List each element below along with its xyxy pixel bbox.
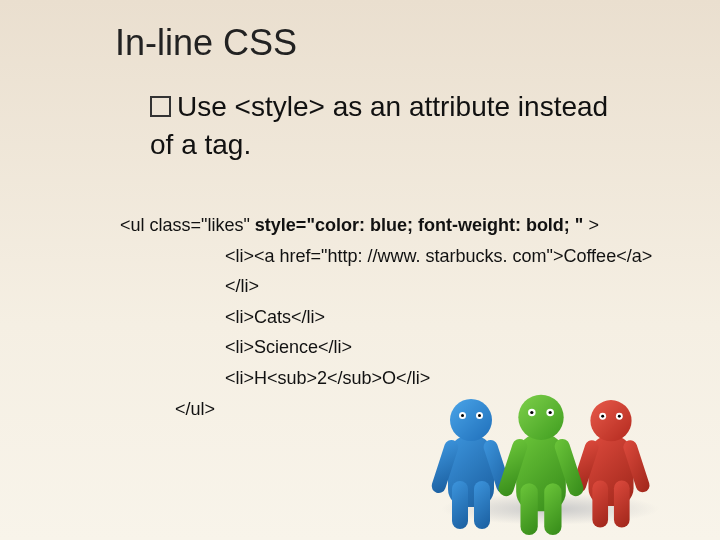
figure-red — [588, 400, 633, 506]
code-line-2: <li><a href="http: //www. starbucks. com… — [120, 241, 680, 302]
code-l1-c: > — [583, 215, 599, 235]
code-l1-a: <ul class="likes" — [120, 215, 255, 235]
people-illustration — [440, 315, 660, 525]
figure-blue — [448, 399, 494, 507]
code-l1-style: style="color: blue; font-weight: bold; " — [255, 215, 584, 235]
subtitle-code: <style> — [235, 91, 325, 122]
slide-title: In-line CSS — [115, 22, 297, 64]
subtitle-text-1: Use — [177, 91, 235, 122]
figure-green — [516, 395, 566, 512]
code-line-1: <ul class="likes" style="color: blue; fo… — [120, 210, 680, 241]
bullet-box-icon — [150, 96, 171, 117]
slide-subtitle: Use <style> as an attribute instead of a… — [150, 88, 630, 164]
